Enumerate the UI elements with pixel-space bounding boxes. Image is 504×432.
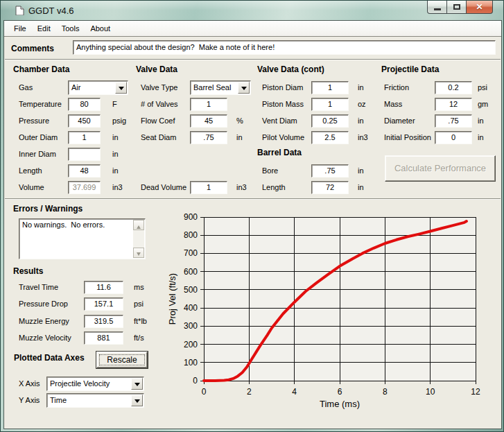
piston-diam-unit: in <box>358 82 364 93</box>
pressure-field[interactable]: 450 <box>68 114 101 128</box>
piston-mass-unit: oz <box>358 98 366 110</box>
seat-diam-field[interactable]: .75 <box>190 131 227 144</box>
valve-type-dropdown-icon[interactable] <box>238 82 250 94</box>
muzzle-velocity-unit: ft/s <box>134 332 144 343</box>
client-area: File Edit Tools About Comments Anything … <box>3 20 502 429</box>
comments-label: Comments <box>11 43 54 54</box>
svg-text:500: 500 <box>184 285 198 295</box>
svg-text:200: 200 <box>184 340 198 349</box>
friction-field[interactable]: 0.2 <box>435 81 472 94</box>
minimize-icon <box>434 8 441 10</box>
svg-text:10: 10 <box>426 387 435 397</box>
pilot-volume-label: Pilot Volume <box>262 132 304 143</box>
rescale-focus-rect <box>99 354 145 365</box>
flow-coef-unit: % <box>236 115 243 126</box>
travel-time-label: Travel Time <box>19 282 58 293</box>
dead-volume-unit: in3 <box>236 182 247 193</box>
minimize-button[interactable] <box>427 1 447 14</box>
maximize-icon <box>453 4 460 10</box>
y-axis-dropdown-icon[interactable] <box>131 395 143 406</box>
outer-diam-field[interactable]: 1 <box>68 131 101 144</box>
outer-diam-unit: in <box>112 132 119 143</box>
projectile-title: Projectile Data <box>381 64 439 75</box>
x-axis-label: X Axis <box>19 378 40 389</box>
piston-mass-label: Piston Mass <box>262 98 304 110</box>
maximize-button[interactable] <box>447 1 467 14</box>
barrel-length-label: Length <box>262 182 286 193</box>
app-icon <box>15 6 24 15</box>
seat-diam-unit: in <box>236 132 243 143</box>
initial-position-field[interactable]: 0 <box>435 131 472 144</box>
errors-textbox[interactable]: No warnings. No errors. <box>19 218 146 259</box>
piston-diam-field[interactable]: 1 <box>311 81 349 94</box>
outer-diam-label: Outer Diam <box>19 132 58 143</box>
bore-field[interactable]: .75 <box>311 164 349 178</box>
svg-text:12: 12 <box>471 387 480 397</box>
length-field[interactable]: 48 <box>68 164 101 178</box>
errors-scrollbar[interactable] <box>133 220 144 258</box>
valve-type-combobox[interactable]: Barrel Seal <box>190 80 251 95</box>
close-button[interactable]: ✕ <box>467 1 493 14</box>
piston-diam-label: Piston Diam <box>262 82 303 93</box>
window-title: GGDT v4.6 <box>28 6 74 16</box>
valve-cont-title: Valve Data (cont) <box>257 64 324 75</box>
temperature-unit: F <box>112 98 117 110</box>
pilot-volume-field[interactable]: 2.5 <box>311 131 349 144</box>
plotted-axes-title: Plotted Data Axes <box>14 352 85 363</box>
results-title: Results <box>13 266 43 277</box>
pressure-drop-label: Pressure Drop <box>19 298 68 309</box>
muzzle-energy-unit: ft*lb <box>134 316 147 327</box>
menu-tools[interactable]: Tools <box>56 22 85 35</box>
errors-text: No warnings. No errors. <box>22 221 105 229</box>
mass-field[interactable]: 12 <box>435 98 472 111</box>
temperature-field[interactable]: 80 <box>68 98 101 111</box>
volume-unit: in3 <box>112 182 123 193</box>
y-axis-combobox[interactable]: Time <box>46 393 144 408</box>
num-valves-field[interactable]: 1 <box>190 98 227 111</box>
calculate-performance-button[interactable]: Calculate Performance <box>385 155 496 182</box>
mass-unit: gm <box>478 98 488 110</box>
menu-edit[interactable]: Edit <box>32 22 56 35</box>
vent-diam-unit: in <box>358 115 364 126</box>
scroll-down-button[interactable] <box>133 248 144 258</box>
gas-dropdown-icon[interactable] <box>115 82 127 94</box>
menu-file[interactable]: File <box>8 22 32 35</box>
flow-coef-field[interactable]: 45 <box>190 114 227 128</box>
menu-bar: File Edit Tools About <box>4 21 501 37</box>
inner-diam-field[interactable] <box>68 148 101 161</box>
travel-time-unit: ms <box>134 282 144 293</box>
x-axis-value: Projectile Velocity <box>50 379 110 388</box>
vent-diam-field[interactable]: 0.25 <box>311 114 349 128</box>
gas-combobox[interactable]: Air <box>68 80 128 95</box>
barrel-length-field[interactable]: 72 <box>311 181 349 194</box>
pressure-drop-field: 157.1 <box>84 297 123 311</box>
diameter-label: Diameter <box>384 115 415 126</box>
seat-diam-label: Seat Diam <box>141 132 176 143</box>
svg-text:4: 4 <box>292 387 297 397</box>
x-axis-dropdown-icon[interactable] <box>131 378 143 390</box>
menu-about[interactable]: About <box>85 22 116 35</box>
svg-text:100: 100 <box>184 358 198 368</box>
dead-volume-field[interactable]: 1 <box>190 181 227 194</box>
piston-mass-field[interactable]: 1 <box>311 98 349 111</box>
inner-diam-label: Inner Diam <box>19 148 56 159</box>
travel-time-field: 11.6 <box>84 281 123 294</box>
muzzle-velocity-field: 881 <box>84 331 123 345</box>
divider-top <box>5 59 501 60</box>
comments-input[interactable]: Anything special about the design? Make … <box>73 40 496 55</box>
valve-type-value: Barrel Seal <box>193 83 231 92</box>
svg-text:Time (ms): Time (ms) <box>320 399 360 409</box>
errors-title: Errors / Warnings <box>13 203 82 214</box>
diameter-field[interactable]: .75 <box>435 114 472 128</box>
scroll-up-button[interactable] <box>133 220 144 230</box>
friction-unit: psi <box>478 82 487 93</box>
rescale-button[interactable]: Rescale <box>96 352 148 368</box>
volume-label: Volume <box>19 182 44 193</box>
gas-label: Gas <box>19 82 33 93</box>
scroll-down-icon <box>137 252 141 258</box>
initial-position-unit: in <box>478 132 484 143</box>
valve-title: Valve Data <box>136 64 177 75</box>
window-controls: ✕ <box>427 1 493 14</box>
x-axis-combobox[interactable]: Projectile Velocity <box>46 377 144 391</box>
svg-text:900: 900 <box>184 212 198 222</box>
